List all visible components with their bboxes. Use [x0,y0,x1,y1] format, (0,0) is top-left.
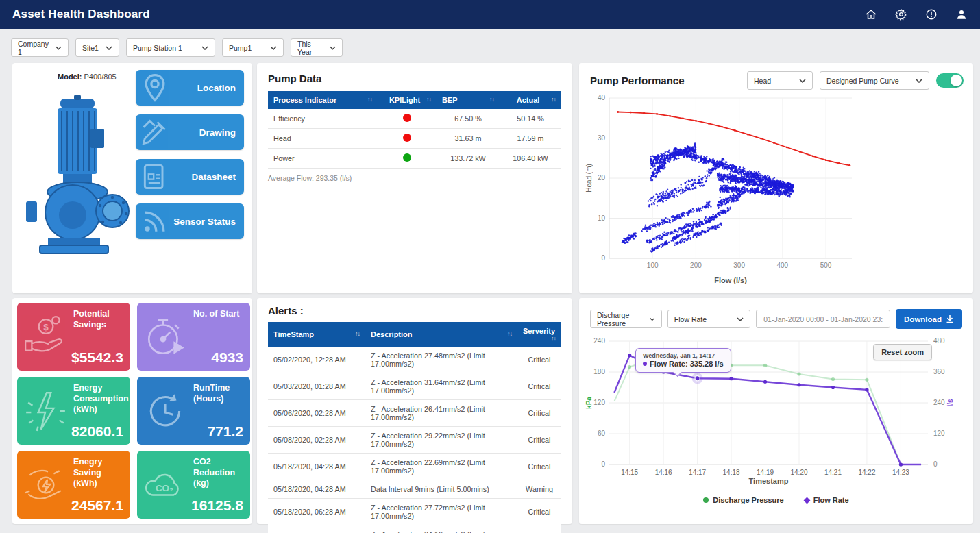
sort-icon: ↑↓ [489,96,494,103]
legend-dot-icon [703,497,709,503]
pump-performance-chart[interactable]: 010203040100200300400500Head (m)Flow (l/… [585,92,859,288]
svg-text:14:21: 14:21 [824,469,842,476]
alert-row: 05/18/2020, 04:28 AMData Interval 9mins … [268,480,561,499]
sort-icon: ↑↓ [551,335,556,342]
toggle-knob [951,75,962,86]
user-icon[interactable] [955,8,968,21]
svg-text:$: $ [43,321,49,332]
pump-performance-panel: Pump Performance Head Designed Pump Curv… [579,63,973,293]
datasheet-button[interactable]: Datasheet [136,159,244,195]
chevron-down-icon [56,46,62,50]
svg-text:240: 240 [933,399,945,406]
svg-text:360: 360 [933,368,945,375]
kpi-potential-savings: $ Potential Savings $5542.3 [17,303,130,371]
svg-text:14:22: 14:22 [858,469,875,476]
col-severity[interactable]: Serverity↑↓ [517,322,561,347]
navbar-icons [865,8,968,21]
pump-data-table: Process Indicator↑↓ KPILight↑↓ BEP↑↓ Act… [268,91,561,169]
chevron-down-icon [270,46,277,50]
gear-icon[interactable] [895,8,907,21]
company-select[interactable]: Company 1 [11,38,69,57]
tooltip-bullet-icon [643,362,647,366]
pump-data-title: Pump Data [268,73,561,84]
svg-text:14:23: 14:23 [892,469,909,476]
sort-icon: ↑↓ [426,96,431,103]
kpi-no-of-start: No. of Start 4933 [137,303,250,371]
sort-icon: ↑↓ [367,96,372,103]
trend-chart-area: 006012012024018036024048014:1514:1614:17… [585,333,968,488]
sort-icon: ↑↓ [355,330,360,337]
average-flow-note: Average Flow: 293.35 (l/s) [268,174,561,182]
curve-select[interactable]: Designed Pump Curve [820,71,929,90]
table-row: Head 31.63 m 17.59 m [268,129,561,149]
svg-text:120: 120 [593,399,605,406]
chevron-down-icon [737,317,744,321]
kpi-energy-saving: Enegry Saving (kWh) 24567.1 [17,451,130,519]
table-row: Efficiency 67.50 % 50.14 % [268,109,561,129]
col-actual[interactable]: Actual↑↓ [500,91,561,109]
alerts-panel: Alerts : TimeStamp↑↓ Description↑↓ Serve… [257,298,572,524]
kpi-light-dot [403,134,411,142]
location-pin-icon [140,73,170,103]
svg-text:0: 0 [933,460,938,468]
metric-select[interactable]: Head [747,71,813,90]
svg-text:10: 10 [598,214,606,222]
svg-text:60: 60 [598,430,606,437]
legend-flow-rate[interactable]: Flow Rate [805,496,849,504]
pump-photo [21,89,136,262]
svg-text:l/s: l/s [946,399,954,407]
sensor-signal-icon [140,206,170,236]
svg-text:30: 30 [598,134,606,142]
chevron-down-icon [799,79,806,83]
date-range-input[interactable] [756,310,890,328]
kpi-energy-consumption: Energy Consumption (kWh) 82060.1 [17,377,130,445]
col-timestamp[interactable]: TimeStamp↑↓ [268,322,365,347]
kpi-light-dot [403,153,411,162]
col-kpilight[interactable]: KPILight↑↓ [378,91,437,109]
runtime-clock-icon [143,388,188,434]
alert-row: 05/02/2020, 12:28 AMZ - Acceleration 27.… [268,347,561,373]
svg-text:120: 120 [933,430,945,437]
svg-text:200: 200 [690,262,702,269]
svg-text:14:19: 14:19 [757,469,774,476]
svg-text:0: 0 [601,254,605,262]
chevron-down-icon [201,46,208,50]
legend-discharge-pressure[interactable]: Discharge Pressure [703,496,783,504]
svg-text:14:17: 14:17 [689,469,706,476]
pump-select[interactable]: Pump1 [222,38,284,57]
home-icon[interactable] [865,8,877,21]
period-select[interactable]: This Year [291,38,343,57]
legend-diamond-icon [803,497,810,504]
alert-row: 05/06/2020, 02:28 AMZ - Acceleration 26.… [268,400,561,427]
chart-tooltip: Wednesday, Jan 1, 14:17 Flow Rate: 335.2… [635,348,731,373]
svg-text:14:15: 14:15 [621,469,638,476]
curve-toggle[interactable] [936,73,964,88]
svg-text:20: 20 [598,174,606,182]
alerts-table: TimeStamp↑↓ Description↑↓ Serverity↑↓ 05… [268,322,561,533]
svg-text:14:20: 14:20 [791,469,808,476]
chevron-down-icon [650,317,655,321]
left-series-select[interactable]: Discharge Pressure [590,310,662,328]
col-description[interactable]: Description↑↓ [365,322,517,347]
alert-row: 05/03/2020, 01:28 AMZ - Acceleration 31.… [268,373,561,400]
svg-text:14:18: 14:18 [723,469,740,476]
download-button[interactable]: Download [896,309,962,329]
site-select[interactable]: Site1 [75,38,119,57]
location-button[interactable]: Location [136,70,244,106]
drawing-button[interactable]: Drawing [136,114,244,150]
reset-zoom-button[interactable]: Reset zoom [873,344,932,360]
right-series-select[interactable]: Flow Rate [667,310,750,328]
col-bep[interactable]: BEP↑↓ [437,91,500,109]
svg-text:0: 0 [601,460,605,468]
info-icon[interactable] [925,8,938,21]
savings-hand-icon: $ [23,314,68,360]
sensor-status-button[interactable]: Sensor Status [136,203,244,239]
stopwatch-icon [143,314,188,360]
page-title: Asset Health Dashboard [12,8,150,21]
svg-text:100: 100 [647,262,659,269]
lightning-icon [23,388,68,434]
pump-station-select[interactable]: Pump Station 1 [126,38,215,57]
co2-cloud-icon: CO₂ [143,462,188,508]
col-process-indicator[interactable]: Process Indicator↑↓ [268,91,378,109]
asset-panel: Model: P400/805 Location Drawing Datashe… [12,63,252,293]
